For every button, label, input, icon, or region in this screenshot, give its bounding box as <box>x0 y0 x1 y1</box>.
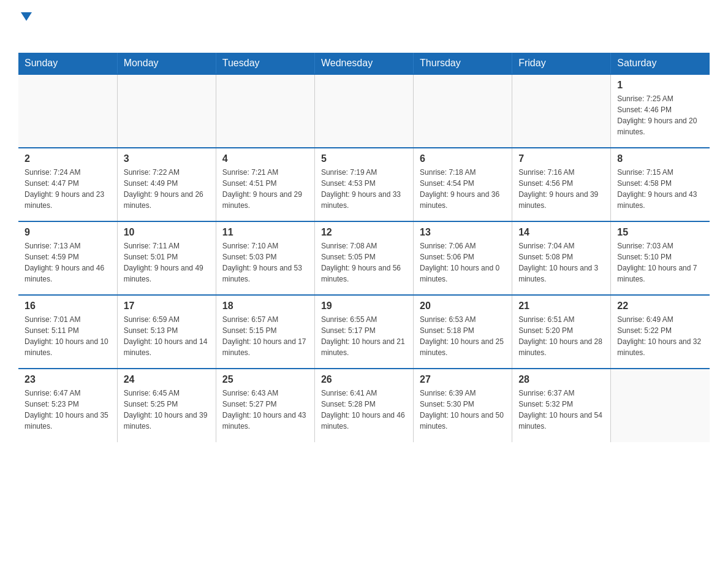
day-info: Sunrise: 7:10 AMSunset: 5:03 PMDaylight:… <box>222 240 308 285</box>
calendar-cell: 18Sunrise: 6:57 AMSunset: 5:15 PMDayligh… <box>216 295 314 369</box>
calendar-week-4: 16Sunrise: 7:01 AMSunset: 5:11 PMDayligh… <box>18 295 710 369</box>
calendar-cell: 15Sunrise: 7:03 AMSunset: 5:10 PMDayligh… <box>611 221 710 295</box>
day-number: 21 <box>518 301 604 312</box>
calendar-cell: 19Sunrise: 6:55 AMSunset: 5:17 PMDayligh… <box>314 295 413 369</box>
calendar-cell: 12Sunrise: 7:08 AMSunset: 5:05 PMDayligh… <box>314 221 413 295</box>
day-number: 17 <box>124 301 210 312</box>
calendar-week-3: 9Sunrise: 7:13 AMSunset: 4:59 PMDaylight… <box>18 221 710 295</box>
calendar-cell: 9Sunrise: 7:13 AMSunset: 4:59 PMDaylight… <box>18 221 117 295</box>
day-info: Sunrise: 7:06 AMSunset: 5:06 PMDaylight:… <box>420 240 506 285</box>
day-info: Sunrise: 6:41 AMSunset: 5:28 PMDaylight:… <box>321 388 407 432</box>
day-number: 26 <box>321 374 407 385</box>
calendar-cell: 5Sunrise: 7:19 AMSunset: 4:53 PMDaylight… <box>314 148 413 221</box>
day-info: Sunrise: 6:47 AMSunset: 5:23 PMDaylight:… <box>25 388 111 432</box>
day-number: 20 <box>420 301 506 312</box>
calendar-cell: 17Sunrise: 6:59 AMSunset: 5:13 PMDayligh… <box>117 295 216 369</box>
calendar-cell: 2Sunrise: 7:24 AMSunset: 4:47 PMDaylight… <box>18 148 117 221</box>
day-info: Sunrise: 6:51 AMSunset: 5:20 PMDaylight:… <box>518 314 604 358</box>
calendar-cell <box>611 369 710 442</box>
day-number: 6 <box>420 153 506 164</box>
weekday-header-row: SundayMondayTuesdayWednesdayThursdayFrid… <box>18 53 710 74</box>
calendar-cell: 1Sunrise: 7:25 AMSunset: 4:46 PMDaylight… <box>611 74 710 148</box>
day-number: 8 <box>617 153 703 164</box>
calendar-cell: 6Sunrise: 7:18 AMSunset: 4:54 PMDaylight… <box>414 148 512 221</box>
day-number: 10 <box>124 227 210 238</box>
day-number: 5 <box>321 153 407 164</box>
day-info: Sunrise: 6:49 AMSunset: 5:22 PMDaylight:… <box>617 314 703 358</box>
calendar-week-5: 23Sunrise: 6:47 AMSunset: 5:23 PMDayligh… <box>18 369 710 442</box>
calendar-cell: 3Sunrise: 7:22 AMSunset: 4:49 PMDaylight… <box>117 148 216 221</box>
calendar-cell: 11Sunrise: 7:10 AMSunset: 5:03 PMDayligh… <box>216 221 314 295</box>
day-info: Sunrise: 7:22 AMSunset: 4:49 PMDaylight:… <box>124 167 210 211</box>
calendar-cell <box>216 74 314 148</box>
day-number: 4 <box>222 153 308 164</box>
day-info: Sunrise: 6:39 AMSunset: 5:30 PMDaylight:… <box>420 388 506 432</box>
calendar-body: 1Sunrise: 7:25 AMSunset: 4:46 PMDaylight… <box>18 74 710 442</box>
calendar-cell: 20Sunrise: 6:53 AMSunset: 5:18 PMDayligh… <box>414 295 512 369</box>
day-info: Sunrise: 6:55 AMSunset: 5:17 PMDaylight:… <box>321 314 407 358</box>
day-info: Sunrise: 6:45 AMSunset: 5:25 PMDaylight:… <box>124 388 210 432</box>
day-info: Sunrise: 6:59 AMSunset: 5:13 PMDaylight:… <box>124 314 210 358</box>
day-number: 15 <box>617 227 703 238</box>
day-info: Sunrise: 7:24 AMSunset: 4:47 PMDaylight:… <box>25 167 111 211</box>
day-info: Sunrise: 7:21 AMSunset: 4:51 PMDaylight:… <box>222 167 308 211</box>
svg-marker-0 <box>21 12 32 21</box>
logo-arrow-icon <box>21 12 32 21</box>
calendar-cell: 28Sunrise: 6:37 AMSunset: 5:32 PMDayligh… <box>512 369 611 442</box>
day-info: Sunrise: 7:15 AMSunset: 4:58 PMDaylight:… <box>617 167 703 211</box>
weekday-header-saturday: Saturday <box>611 53 710 74</box>
day-info: Sunrise: 6:53 AMSunset: 5:18 PMDaylight:… <box>420 314 506 358</box>
calendar-cell: 7Sunrise: 7:16 AMSunset: 4:56 PMDaylight… <box>512 148 611 221</box>
calendar-cell: 10Sunrise: 7:11 AMSunset: 5:01 PMDayligh… <box>117 221 216 295</box>
calendar-cell: 23Sunrise: 6:47 AMSunset: 5:23 PMDayligh… <box>18 369 117 442</box>
calendar-cell: 14Sunrise: 7:04 AMSunset: 5:08 PMDayligh… <box>512 221 611 295</box>
day-info: Sunrise: 7:25 AMSunset: 4:46 PMDaylight:… <box>617 93 703 137</box>
calendar-cell <box>414 74 512 148</box>
weekday-header-wednesday: Wednesday <box>314 53 413 74</box>
calendar-header: SundayMondayTuesdayWednesdayThursdayFrid… <box>18 53 710 74</box>
day-info: Sunrise: 7:18 AMSunset: 4:54 PMDaylight:… <box>420 167 506 211</box>
day-number: 7 <box>518 153 604 164</box>
calendar-cell <box>314 74 413 148</box>
day-number: 28 <box>518 374 604 385</box>
calendar-cell: 25Sunrise: 6:43 AMSunset: 5:27 PMDayligh… <box>216 369 314 442</box>
calendar-cell: 8Sunrise: 7:15 AMSunset: 4:58 PMDaylight… <box>611 148 710 221</box>
day-number: 9 <box>25 227 111 238</box>
calendar-cell: 27Sunrise: 6:39 AMSunset: 5:30 PMDayligh… <box>414 369 512 442</box>
day-info: Sunrise: 6:57 AMSunset: 5:15 PMDaylight:… <box>222 314 308 358</box>
day-number: 2 <box>25 153 111 164</box>
day-info: Sunrise: 6:37 AMSunset: 5:32 PMDaylight:… <box>518 388 604 432</box>
day-info: Sunrise: 7:08 AMSunset: 5:05 PMDaylight:… <box>321 240 407 285</box>
day-number: 22 <box>617 301 703 312</box>
day-number: 16 <box>25 301 111 312</box>
weekday-header-sunday: Sunday <box>18 53 117 74</box>
day-number: 13 <box>420 227 506 238</box>
day-number: 1 <box>617 80 703 91</box>
day-number: 18 <box>222 301 308 312</box>
day-number: 25 <box>222 374 308 385</box>
calendar-cell: 26Sunrise: 6:41 AMSunset: 5:28 PMDayligh… <box>314 369 413 442</box>
day-number: 19 <box>321 301 407 312</box>
calendar-cell: 16Sunrise: 7:01 AMSunset: 5:11 PMDayligh… <box>18 295 117 369</box>
calendar-cell: 22Sunrise: 6:49 AMSunset: 5:22 PMDayligh… <box>611 295 710 369</box>
calendar-cell <box>117 74 216 148</box>
weekday-header-monday: Monday <box>117 53 216 74</box>
calendar-cell <box>512 74 611 148</box>
day-number: 3 <box>124 153 210 164</box>
day-info: Sunrise: 7:01 AMSunset: 5:11 PMDaylight:… <box>25 314 111 358</box>
calendar-cell <box>18 74 117 148</box>
calendar-week-2: 2Sunrise: 7:24 AMSunset: 4:47 PMDaylight… <box>18 148 710 221</box>
calendar-cell: 21Sunrise: 6:51 AMSunset: 5:20 PMDayligh… <box>512 295 611 369</box>
day-number: 14 <box>518 227 604 238</box>
day-info: Sunrise: 7:04 AMSunset: 5:08 PMDaylight:… <box>518 240 604 285</box>
weekday-header-tuesday: Tuesday <box>216 53 314 74</box>
day-info: Sunrise: 7:13 AMSunset: 4:59 PMDaylight:… <box>25 240 111 285</box>
day-info: Sunrise: 7:11 AMSunset: 5:01 PMDaylight:… <box>124 240 210 285</box>
day-info: Sunrise: 6:43 AMSunset: 5:27 PMDaylight:… <box>222 388 308 432</box>
calendar-cell: 24Sunrise: 6:45 AMSunset: 5:25 PMDayligh… <box>117 369 216 442</box>
page-header <box>18 12 710 40</box>
day-number: 24 <box>124 374 210 385</box>
weekday-header-friday: Friday <box>512 53 611 74</box>
calendar-cell: 4Sunrise: 7:21 AMSunset: 4:51 PMDaylight… <box>216 148 314 221</box>
day-number: 11 <box>222 227 308 238</box>
